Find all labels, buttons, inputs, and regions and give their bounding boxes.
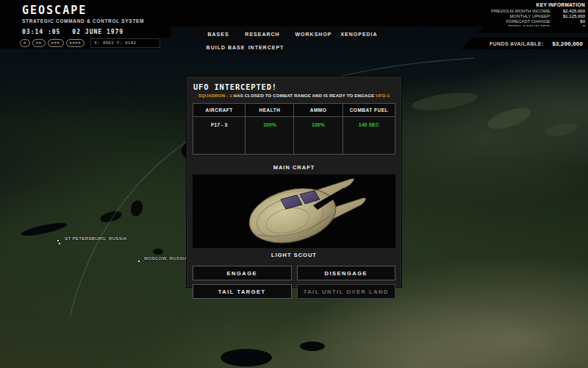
squadron-name: SQUADRON - 1 [198,93,232,98]
aircraft-cell: F17 - 3 [193,117,245,155]
target-name: UFO-1 [376,93,390,98]
combat-fuel-cell: 149 SEC [343,117,395,155]
squadron-status-table: AIRCRAFT HEALTH AMMO COMBAT FUEL F17 - 3… [193,103,395,155]
funds-value: $3,200,000 [552,40,583,47]
funds-label: FUNDS AVAILABLE: [490,41,544,46]
col-header-combat-fuel: COMBAT FUEL [343,104,395,117]
dialog-title: UFO INTERCEPTED! [193,82,395,91]
key-information-panel: KEY INFORMATION PREVIOUS MONTH INCOME: $… [491,2,585,29]
lake-ladoga [99,209,123,224]
ammo-cell: 100% [294,117,343,155]
tab-workshop[interactable]: WORKSHOP [292,27,335,40]
speed-3x-button[interactable]: >>> [48,39,64,47]
tail-target-button[interactable]: TAIL TARGET [193,284,292,299]
arctic-island-1 [485,104,534,133]
lake-rybinsk [153,249,163,255]
col-header-health: HEALTH [245,104,294,117]
ki-value: $0 [551,19,585,24]
top-bar: GEOSCAPE STRATEGIC COMMAND & CONTROL SYS… [0,0,588,26]
ufo-intercepted-dialog: UFO INTERCEPTED! SQUADRON - 1 HAS CLOSED… [186,76,402,288]
brand-block: GEOSCAPE STRATEGIC COMMAND & CONTROL SYS… [22,4,144,24]
main-craft-label: MAIN CRAFT [187,164,401,171]
city-label-moscow: MOSCOW, RUSSIA [144,256,187,261]
moscow-marker [138,261,140,262]
tab-intercept[interactable]: INTERCEPT [245,41,287,54]
lake-south [300,342,325,351]
col-header-ammo: AMMO [294,104,343,117]
message-text: HAS CLOSED TO COMBAT RANGE AND IS READY … [232,93,376,98]
ki-row-income: PREVIOUS MONTH INCOME: $2,425,000 [491,9,585,14]
craft-type-label: LIGHT SCOUT [187,252,401,258]
st-petersburg-marker [57,240,59,241]
page-subtitle: STRATEGIC COMMAND & CONTROL SYSTEM [22,18,144,24]
caspian-north [220,349,272,367]
page-title: GEOSCAPE [22,4,144,17]
ki-row-upkeep: MONTHLY UPKEEP: $1,125,000 [491,14,585,19]
key-information-title: KEY INFORMATION [491,2,585,7]
ki-label: FORECAST CHANGE: [506,19,551,24]
health-cell: 100% [245,117,294,155]
tab-bases[interactable]: BASES [198,27,239,40]
gulf-of-finland [21,220,68,238]
speed-2x-button[interactable]: >> [32,39,46,47]
time-controls: > >> >>> >>>> X: 4803 Y: 0142 [0,38,160,49]
tab-research[interactable]: RESEARCH [241,27,284,40]
ki-label: PREVIOUS MONTH INCOME: [491,9,551,14]
ki-value: $1,125,000 [551,14,585,19]
speed-1x-button[interactable]: > [20,39,30,47]
ufo-light-scout-illustration [193,174,395,248]
arctic-island-2 [545,121,578,138]
col-header-aircraft: AIRCRAFT [193,104,245,117]
arctic-coast-patch [411,90,478,113]
ki-row-forecast: FORECAST CHANGE: $0 [491,19,585,24]
tail-until-over-land-button[interactable]: TAIL UNTIL OVER LAND [297,284,396,299]
st-petersburg-marker2 [59,243,60,244]
date-display: 02 JUNE 1979 [72,29,123,35]
engage-button[interactable]: ENGAGE [193,266,292,280]
ufo-preview-image [193,174,395,248]
top-bar-right-extension [476,26,588,33]
funds-bar: FUNDS AVAILABLE: $3,200,000 [462,38,588,49]
dialog-message: SQUADRON - 1 HAS CLOSED TO COMBAT RANGE … [188,93,400,98]
disengage-button[interactable]: DISENGAGE [297,266,396,280]
tab-xenopedia[interactable]: XENOPEDIA [337,27,381,40]
time-display: 03:14 :05 [22,29,60,35]
speed-4x-button[interactable]: >>>> [66,39,85,47]
dialog-actions: ENGAGE DISENGAGE TAIL TARGET TAIL UNTIL … [193,266,395,299]
cursor-coordinates: X: 4803 Y: 0142 [90,38,160,48]
ki-label: MONTHLY UPKEEP: [510,14,551,19]
table-row: F17 - 3 100% 100% 149 SEC [193,117,395,155]
city-label-st-petersburg: ST PETERSBURG, RUSSIA [65,236,127,241]
clock-strip: 03:14 :05 02 JUNE 1979 [0,26,171,38]
tab-build-base[interactable]: BUILD BASE [203,41,248,54]
geoscape-screen: ST PETERSBURG, RUSSIA MOSCOW, RUSSIA GEO… [0,0,588,368]
ki-value: $2,425,000 [551,9,585,14]
lake-onega [129,199,144,217]
